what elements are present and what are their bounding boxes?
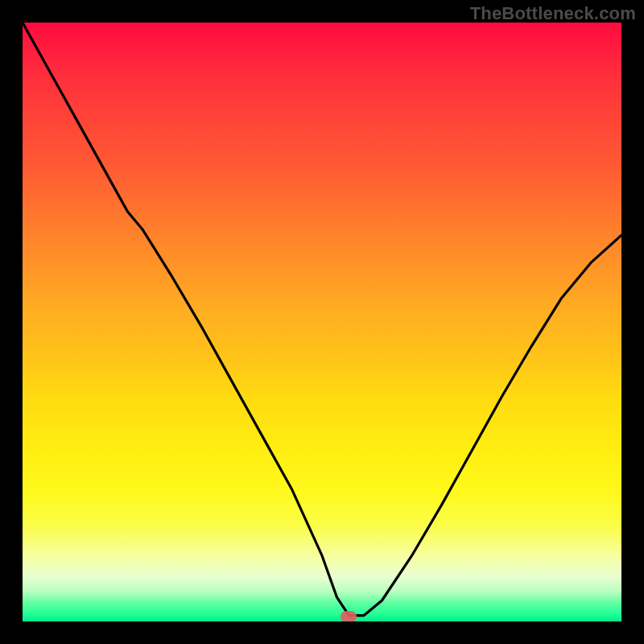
- watermark-text: TheBottleneck.com: [470, 3, 636, 24]
- plot-area: [23, 23, 621, 621]
- curve-path: [23, 23, 621, 616]
- bottleneck-curve: [23, 23, 621, 621]
- chart-frame: TheBottleneck.com: [0, 0, 644, 644]
- optimum-marker: [341, 611, 357, 621]
